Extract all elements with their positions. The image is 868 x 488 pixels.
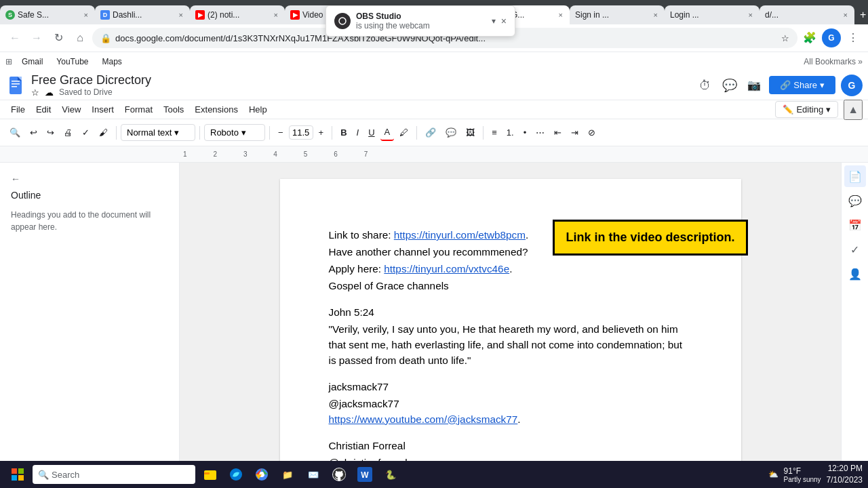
right-panel-docs-button[interactable]: 📄 (844, 165, 866, 187)
obs-dropdown-icon[interactable]: ▾ (492, 16, 496, 26)
redo-button[interactable]: ↪ (43, 125, 58, 140)
underline-button[interactable]: U (364, 125, 378, 140)
right-panel-chat-button[interactable]: 💬 (844, 190, 866, 211)
image-button[interactable]: 🖼 (462, 125, 479, 140)
text-color-button[interactable]: A (380, 124, 395, 141)
menu-format[interactable]: Format (119, 102, 158, 117)
tab-close-signin[interactable]: × (652, 9, 659, 20)
tab-close-safe[interactable]: × (83, 9, 90, 20)
taskbar-app-github[interactable] (327, 462, 351, 487)
tab-notif1[interactable]: ▶ (2) noti... × (190, 5, 285, 24)
indent-increase-button[interactable]: ⇥ (567, 125, 583, 140)
all-bookmarks[interactable]: All Bookmarks » (804, 57, 863, 66)
list-bullet-button[interactable]: • (519, 125, 531, 140)
taskbar-app-explorer[interactable] (198, 462, 222, 487)
sidebar-title: Outline (11, 190, 168, 201)
right-panel-calendar-button[interactable]: 📅 (844, 214, 866, 236)
taskbar-app-files[interactable]: 📁 (275, 462, 300, 487)
tab-d[interactable]: d/... × (760, 5, 854, 24)
menu-help[interactable]: Help (243, 102, 273, 117)
new-tab-button[interactable]: + (857, 5, 868, 24)
font-size-increase-button[interactable]: + (315, 125, 328, 140)
tab-dash[interactable]: D Dashli... × (95, 5, 190, 24)
user-avatar[interactable]: G (841, 75, 863, 96)
start-button[interactable] (5, 462, 30, 487)
taskbar-app-mail[interactable]: ✉️ (301, 462, 326, 487)
channel-jacksmack: jacksmack77 @jacksmack77 https://www.you… (329, 380, 692, 428)
clear-format-button[interactable]: ⊘ (584, 125, 599, 140)
taskbar-time-date: 12:20 PM 7/10/2023 (827, 463, 863, 486)
comments-button[interactable]: 💬 (720, 76, 739, 95)
tab-login[interactable]: Login ... × (665, 5, 760, 24)
right-panel-tasks-button[interactable]: ✓ (844, 239, 866, 260)
font-size-decrease-button[interactable]: − (274, 125, 288, 140)
apply-url[interactable]: https://tinyurl.com/vxtvc46e (384, 263, 509, 274)
taskbar-app-word[interactable]: W (353, 462, 377, 487)
apps-icon[interactable]: ⊞ (5, 57, 12, 66)
obs-close-button[interactable]: × (501, 16, 507, 26)
menu-view[interactable]: View (56, 102, 86, 117)
tab-close-dash[interactable]: × (178, 9, 184, 20)
tab-close-notif1[interactable]: × (273, 9, 279, 20)
tab-safe[interactable]: S Safe S... × (0, 5, 95, 24)
settings-button[interactable]: ⋮ (844, 28, 863, 47)
channel-url-jacksmack[interactable]: https://www.youtube.com/@jacksmack77 (329, 413, 518, 425)
search-toolbar-button[interactable]: 🔍 (5, 125, 24, 140)
print-button[interactable]: 🖨 (60, 125, 77, 140)
star-icon[interactable]: ☆ (31, 87, 39, 98)
spellcheck-button[interactable]: ✓ (78, 125, 94, 140)
format-more-button[interactable]: ⋯ (532, 125, 549, 140)
doc-canvas-wrapper[interactable]: Link in the video description. Link to s… (180, 163, 841, 488)
highlight-button[interactable]: 🖊 (395, 125, 412, 140)
menu-edit[interactable]: Edit (31, 102, 56, 117)
tab-close-d[interactable]: × (842, 9, 849, 20)
back-button[interactable]: ← (5, 28, 24, 47)
paintformat-button[interactable]: 🖌 (95, 125, 112, 140)
link-share-url[interactable]: https://tinyurl.com/etwb8pcm (394, 229, 526, 241)
menu-tools[interactable]: Tools (158, 102, 189, 117)
gdocs-logo[interactable] (5, 75, 26, 96)
extensions-button[interactable]: 🧩 (800, 28, 819, 47)
reload-button[interactable]: ↻ (49, 28, 68, 47)
star-icon[interactable]: ☆ (781, 33, 789, 43)
collapse-toolbar-button[interactable]: ▲ (844, 100, 863, 120)
comment-button[interactable]: 💬 (441, 125, 460, 140)
taskbar-app-python[interactable]: 🐍 (378, 462, 403, 487)
align-button[interactable]: ≡ (488, 125, 501, 140)
history-button[interactable]: ⏱ (696, 76, 715, 95)
tab-close-freegrace[interactable]: × (557, 9, 564, 20)
bold-button[interactable]: B (336, 125, 351, 140)
sidebar-back-button[interactable]: ← (11, 174, 168, 184)
undo-button[interactable]: ↩ (26, 125, 41, 140)
doc-title[interactable]: Free Grace Dicrectory (31, 73, 690, 87)
taskbar-app-edge[interactable] (224, 462, 248, 487)
forward-button[interactable]: → (27, 28, 46, 47)
indent-decrease-button[interactable]: ⇤ (550, 125, 566, 140)
toolbar: 🔍 ↩ ↪ 🖨 ✓ 🖌 Normal text ▾ Roboto ▾ − + B… (0, 119, 868, 146)
taskbar-search[interactable]: 🔍 Search (33, 465, 195, 484)
share-button[interactable]: 🔗 Share ▾ (769, 76, 835, 94)
bookmark-maps[interactable]: Maps (98, 56, 126, 68)
link-button[interactable]: 🔗 (421, 125, 440, 140)
right-panel-contacts-button[interactable]: 👤 (844, 263, 866, 285)
font-dropdown[interactable]: Roboto ▾ (204, 124, 265, 141)
share-label: Share (793, 80, 817, 90)
italic-button[interactable]: I (353, 125, 363, 140)
tab-signin[interactable]: Sign in ... × (570, 5, 665, 24)
profile-button[interactable]: G (822, 28, 841, 47)
menu-extensions[interactable]: Extensions (189, 102, 243, 117)
menu-file[interactable]: File (5, 102, 31, 117)
nav-icons: 🧩 G ⋮ (800, 28, 863, 47)
list-num-button[interactable]: 1. (502, 125, 518, 140)
menu-insert[interactable]: Insert (86, 102, 119, 117)
video-call-button[interactable]: 📷 (745, 76, 764, 95)
bookmark-youtube[interactable]: YouTube (52, 56, 92, 68)
bookmark-gmail[interactable]: Gmail (18, 56, 47, 68)
font-size-input[interactable] (289, 125, 313, 140)
home-button[interactable]: ⌂ (71, 28, 90, 47)
tab-close-login[interactable]: × (747, 9, 754, 20)
obs-subtitle: is using the webcam (356, 21, 486, 30)
editing-mode-dropdown[interactable]: ✏️ Editing ▾ (775, 101, 838, 118)
text-style-dropdown[interactable]: Normal text ▾ (121, 124, 195, 141)
taskbar-app-chrome[interactable] (250, 462, 274, 487)
